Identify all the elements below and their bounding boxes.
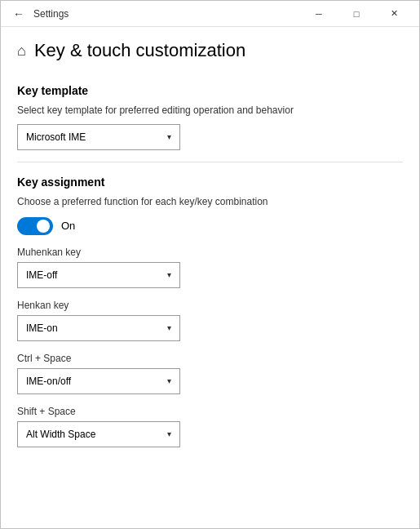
toggle-label: On	[61, 220, 75, 232]
ctrl-space-value: IME-on/off	[26, 376, 71, 387]
henkan-wrapper: Henkan key IME-on ▾	[17, 300, 403, 341]
settings-window: ← Settings ─ □ ✕ ⌂ Key & touch customiza…	[0, 0, 420, 529]
henkan-value: IME-on	[26, 322, 58, 334]
section-divider	[17, 162, 403, 162]
muhenkan-wrapper: Muhenkan key IME-off ▾	[17, 247, 403, 288]
key-assignment-description: Choose a preferred function for each key…	[17, 195, 403, 209]
shift-space-label: Shift + Space	[17, 406, 403, 417]
page-title: Key & touch customization	[34, 40, 245, 61]
window-controls: ─ □ ✕	[300, 1, 413, 27]
key-template-description: Select key template for preferred editin…	[17, 104, 403, 118]
toggle-knob	[37, 220, 50, 233]
template-dropdown[interactable]: Microsoft IME ▾	[17, 124, 180, 150]
key-template-section: Key template Select key template for pre…	[17, 84, 403, 150]
page-header: ⌂ Key & touch customization	[17, 27, 403, 71]
title-bar: ← Settings ─ □ ✕	[1, 1, 419, 27]
muhenkan-dropdown[interactable]: IME-off ▾	[17, 262, 180, 288]
minimize-button[interactable]: ─	[300, 1, 338, 27]
ctrl-space-dropdown[interactable]: IME-on/off ▾	[17, 368, 180, 394]
ctrl-space-chevron: ▾	[167, 376, 171, 385]
henkan-dropdown[interactable]: IME-on ▾	[17, 315, 180, 341]
key-assignment-toggle-row: On	[17, 217, 403, 235]
shift-space-chevron: ▾	[167, 429, 171, 438]
template-dropdown-chevron: ▾	[167, 132, 171, 141]
template-dropdown-value: Microsoft IME	[26, 131, 86, 143]
key-assignment-section-title: Key assignment	[17, 176, 403, 189]
henkan-chevron: ▾	[167, 323, 171, 332]
page-content: ⌂ Key & touch customization Key template…	[1, 27, 419, 528]
key-assignment-toggle[interactable]	[17, 217, 53, 235]
shift-space-dropdown[interactable]: Alt Width Space ▾	[17, 421, 180, 447]
ctrl-space-label: Ctrl + Space	[17, 353, 403, 364]
muhenkan-value: IME-off	[26, 269, 57, 281]
henkan-label: Henkan key	[17, 300, 403, 311]
template-dropdown-wrapper: Microsoft IME ▾	[17, 124, 403, 150]
ctrl-space-wrapper: Ctrl + Space IME-on/off ▾	[17, 353, 403, 394]
shift-space-wrapper: Shift + Space Alt Width Space ▾	[17, 406, 403, 447]
muhenkan-chevron: ▾	[167, 270, 171, 279]
key-assignment-section: Key assignment Choose a preferred functi…	[17, 176, 403, 447]
muhenkan-label: Muhenkan key	[17, 247, 403, 258]
shift-space-value: Alt Width Space	[26, 429, 95, 440]
key-template-section-title: Key template	[17, 84, 403, 97]
back-button[interactable]: ←	[7, 2, 30, 25]
maximize-button[interactable]: □	[338, 1, 375, 27]
close-button[interactable]: ✕	[375, 1, 413, 27]
home-icon: ⌂	[17, 42, 26, 60]
window-title: Settings	[33, 8, 300, 20]
